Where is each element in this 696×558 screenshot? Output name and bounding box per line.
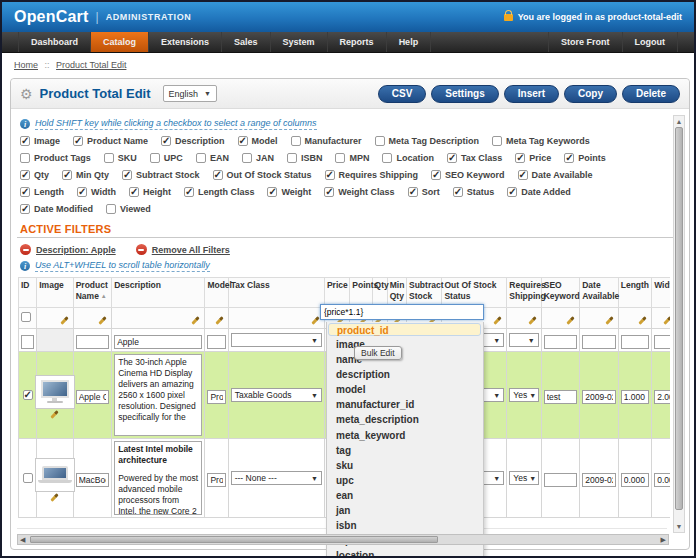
column-toggle[interactable]: Manufacturer — [291, 135, 362, 147]
length-input[interactable] — [621, 473, 649, 487]
model-input[interactable] — [207, 390, 225, 404]
checkbox-icon[interactable] — [196, 153, 206, 163]
horizontal-scrollbar[interactable]: ◀ ▶ — [17, 534, 669, 545]
breadcrumb-current-link[interactable]: Product Total Edit — [56, 60, 126, 70]
checkbox-icon[interactable] — [453, 187, 463, 197]
column-toggle[interactable]: Date Modified — [20, 203, 93, 215]
row-checkbox[interactable] — [23, 473, 33, 483]
tax-class-select[interactable]: --- None ---▼ — [231, 471, 322, 485]
nav-item-dashboard[interactable]: Dashboard — [18, 32, 91, 52]
checkbox-icon[interactable] — [213, 170, 223, 180]
width-input[interactable] — [654, 390, 670, 404]
column-toggle[interactable]: MPN — [335, 152, 369, 164]
checkbox-icon[interactable] — [287, 153, 297, 163]
language-select[interactable]: English ▼ — [163, 85, 217, 102]
nav-item-help[interactable]: Help — [387, 32, 432, 52]
bulk-edit-pencil-icon[interactable] — [311, 316, 319, 325]
bulk-field-option[interactable]: jan — [327, 503, 483, 518]
width-input[interactable] — [654, 473, 670, 487]
column-toggle[interactable]: Description — [161, 135, 225, 147]
remove-all-filters-icon[interactable] — [136, 244, 147, 255]
col-header-product-name[interactable]: Product Name▲ — [73, 278, 112, 308]
col-header-seo-keyword[interactable]: SEO Keyword — [541, 278, 580, 308]
checkbox-icon[interactable] — [77, 187, 87, 197]
checkbox-icon[interactable] — [515, 153, 525, 163]
checkbox-icon[interactable] — [564, 153, 574, 163]
col-header-id[interactable]: ID — [19, 278, 37, 308]
column-toggle[interactable]: Length — [20, 186, 64, 198]
bulk-edit-pencil-icon[interactable] — [639, 316, 647, 325]
scroll-left-arrow-icon[interactable]: ◀ — [20, 535, 25, 545]
bulk-field-option[interactable]: location — [327, 548, 483, 558]
filter-date-available-input[interactable] — [582, 335, 616, 349]
bulk-edit-pencil-icon[interactable] — [664, 316, 670, 325]
filter-id-input[interactable] — [21, 335, 34, 349]
checkbox-icon[interactable] — [20, 187, 30, 197]
checkbox-icon[interactable] — [291, 136, 301, 146]
copy-button[interactable]: Copy — [564, 85, 617, 103]
col-header-model[interactable]: Model — [205, 278, 228, 308]
seo-keyword-input[interactable] — [544, 473, 578, 487]
checkbox-icon[interactable] — [129, 187, 139, 197]
column-toggle[interactable]: EAN — [196, 152, 229, 164]
checkbox-icon[interactable] — [20, 136, 30, 146]
filter-description-input[interactable] — [114, 335, 202, 349]
filter-model-input[interactable] — [207, 335, 225, 349]
bulk-field-option[interactable]: ean — [327, 488, 483, 503]
bulk-field-option[interactable]: manufacturer_id — [327, 397, 483, 412]
checkbox-icon[interactable] — [20, 170, 30, 180]
col-header-points[interactable]: Points — [350, 278, 372, 308]
bulk-field-option[interactable]: product_id — [328, 323, 481, 336]
vertical-scrollbar-thumb[interactable] — [675, 127, 683, 510]
description-editor[interactable]: The 30-inch Apple Cinema HD Display deli… — [114, 354, 202, 436]
nav-item-logout[interactable]: Logout — [623, 32, 679, 52]
vertical-scrollbar[interactable]: ▲ ▼ — [673, 115, 685, 533]
bulk-field-option[interactable]: meta_keyword — [327, 428, 483, 443]
col-header-requires-shipping[interactable]: Requires Shipping — [507, 278, 541, 308]
scroll-up-arrow-icon[interactable]: ▲ — [674, 117, 684, 126]
column-toggle[interactable]: Points — [564, 152, 606, 164]
col-header-image[interactable]: Image — [37, 278, 73, 308]
checkbox-icon[interactable] — [382, 153, 392, 163]
filter-tag-link[interactable]: Description: Apple — [36, 245, 116, 255]
filter-product-name-input[interactable] — [76, 335, 110, 349]
model-input[interactable] — [207, 473, 225, 487]
insert-button[interactable]: Insert — [504, 85, 559, 103]
checkbox-icon[interactable] — [122, 170, 132, 180]
nav-item-extensions[interactable]: Extensions — [149, 32, 222, 52]
checkbox-icon[interactable] — [375, 136, 385, 146]
bulk-field-option[interactable]: sku — [327, 458, 483, 473]
column-toggle[interactable]: Min Qty — [62, 169, 109, 181]
checkbox-icon[interactable] — [20, 153, 30, 163]
horizontal-scrollbar-thumb[interactable] — [30, 536, 438, 543]
col-header-subtract-stock[interactable]: Subtract Stock — [407, 278, 442, 308]
column-toggle[interactable]: Meta Tag Description — [375, 135, 479, 147]
row-checkbox[interactable] — [23, 390, 33, 400]
bulk-field-option[interactable]: model — [327, 382, 483, 397]
column-toggle[interactable]: Location — [382, 152, 434, 164]
column-toggle[interactable]: Subtract Stock — [122, 169, 200, 181]
col-header-length[interactable]: Length — [618, 278, 651, 308]
column-toggle[interactable]: Qty — [20, 169, 49, 181]
filter-seo-keyword-input[interactable] — [544, 335, 578, 349]
edit-image-pencil-icon[interactable] — [51, 493, 59, 502]
checkbox-icon[interactable] — [104, 153, 114, 163]
column-toggle[interactable]: Width — [77, 186, 116, 198]
col-header-tax-class[interactable]: Tax Class — [228, 278, 324, 308]
bulk-edit-pencil-icon[interactable] — [528, 316, 536, 325]
column-toggle[interactable]: JAN — [242, 152, 274, 164]
column-toggle[interactable]: Out Of Stock Status — [213, 169, 312, 181]
checkbox-icon[interactable] — [267, 187, 277, 197]
checkbox-icon[interactable] — [73, 136, 83, 146]
length-input[interactable] — [621, 390, 649, 404]
bulk-field-option[interactable]: name — [327, 352, 483, 367]
col-header-width[interactable]: Width — [652, 278, 670, 308]
column-toggle[interactable]: Price — [515, 152, 551, 164]
column-toggle[interactable]: Product Tags — [20, 152, 91, 164]
column-toggle[interactable]: Image — [20, 135, 60, 147]
bulk-field-option[interactable]: tag — [327, 443, 483, 458]
checkbox-icon[interactable] — [492, 136, 502, 146]
nav-item-store-front[interactable]: Store Front — [548, 32, 623, 52]
column-toggle[interactable]: Product Name — [73, 135, 148, 147]
column-toggle[interactable]: SEO Keyword — [431, 169, 505, 181]
